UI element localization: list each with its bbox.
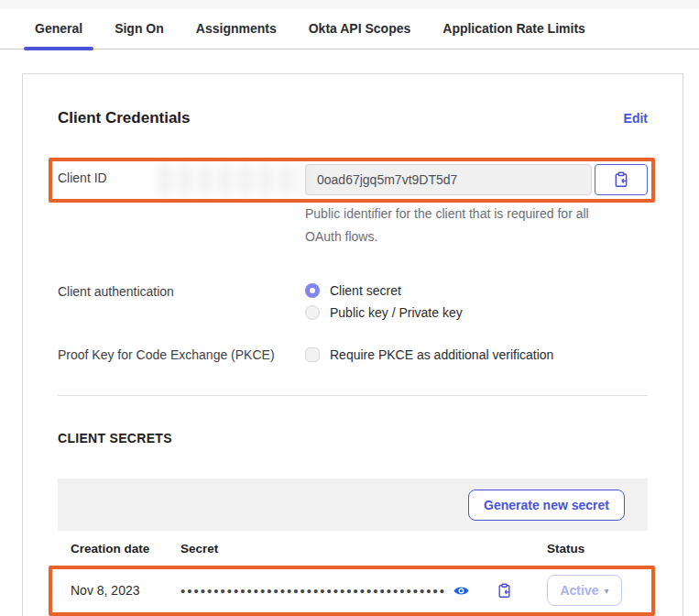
header-secret: Secret <box>180 542 547 556</box>
copy-client-id-button[interactable] <box>595 164 648 195</box>
client-credentials-header: Client Credentials Edit <box>58 109 648 127</box>
table-row: Nov 8, 2023 ••••••••••••••••••••••••••••… <box>58 567 648 613</box>
clipboard-copy-icon <box>497 583 512 599</box>
client-authentication-label: Client authentication <box>58 283 305 299</box>
client-id-row: Client ID <box>58 164 648 195</box>
tab-okta-api-scopes[interactable]: Okta API Scopes <box>298 21 422 49</box>
app-tabbar: General Sign On Assignments Okta API Sco… <box>0 9 699 50</box>
general-settings-card: Client Credentials Edit Client ID <box>22 73 683 616</box>
client-credentials-title: Client Credentials <box>58 109 191 127</box>
radio-selected-icon[interactable] <box>305 283 320 298</box>
radio-public-private-key-label: Public key / Private key <box>330 305 463 320</box>
table-header-row: Creation date Secret Status <box>58 531 648 567</box>
copy-secret-button[interactable] <box>497 583 512 599</box>
client-secrets-title: CLIENT SECRETS <box>58 431 648 446</box>
header-creation-date: Creation date <box>71 542 180 556</box>
client-id-label: Client ID <box>58 164 305 185</box>
status-badge: Active <box>560 583 598 598</box>
client-id-input[interactable] <box>305 164 592 195</box>
client-id-help-text: Public identifier for the client that is… <box>305 203 607 248</box>
caret-down-icon: ▾ <box>605 586 609 596</box>
tab-assignments[interactable]: Assignments <box>185 21 288 49</box>
checkbox-unchecked-icon[interactable] <box>305 347 320 362</box>
radio-client-secret-label: Client secret <box>330 283 401 298</box>
pkce-checkbox-option[interactable]: Require PKCE as additional verification <box>305 347 648 362</box>
pkce-label: Proof Key for Code Exchange (PKCE) <box>58 347 305 362</box>
eye-icon <box>453 585 469 597</box>
radio-unselected-icon[interactable] <box>305 305 320 320</box>
secret-creation-date: Nov 8, 2023 <box>71 583 180 598</box>
reveal-secret-button[interactable] <box>453 585 469 597</box>
header-status: Status <box>547 542 635 556</box>
radio-client-secret[interactable]: Client secret <box>305 283 648 298</box>
help-spacer <box>58 203 305 210</box>
client-id-help-row: Public identifier for the client that is… <box>58 203 648 248</box>
pkce-row: Proof Key for Code Exchange (PKCE) Requi… <box>58 347 648 362</box>
tab-application-rate-limits[interactable]: Application Rate Limits <box>431 21 596 49</box>
edit-link[interactable]: Edit <box>624 111 648 126</box>
tab-sign-on[interactable]: Sign On <box>104 21 175 49</box>
top-strip <box>0 0 699 9</box>
clipboard-copy-icon <box>613 171 629 188</box>
client-secrets-table: Creation date Secret Status Nov 8, 2023 … <box>58 531 648 613</box>
radio-public-private-key[interactable]: Public key / Private key <box>305 305 648 320</box>
client-id-control <box>305 164 648 195</box>
tab-general[interactable]: General <box>24 21 93 49</box>
masked-secret-value: •••••••••••••••••••••••••••••••••••••••• <box>180 584 446 598</box>
client-authentication-row: Client authentication Client secret Publ… <box>58 283 648 320</box>
status-dropdown-button[interactable]: Active ▾ <box>547 575 622 606</box>
client-secrets-toolbar: Generate new secret <box>58 478 648 531</box>
generate-new-secret-button[interactable]: Generate new secret <box>468 490 625 521</box>
section-divider <box>58 395 648 396</box>
pkce-checkbox-label: Require PKCE as additional verification <box>330 347 553 362</box>
